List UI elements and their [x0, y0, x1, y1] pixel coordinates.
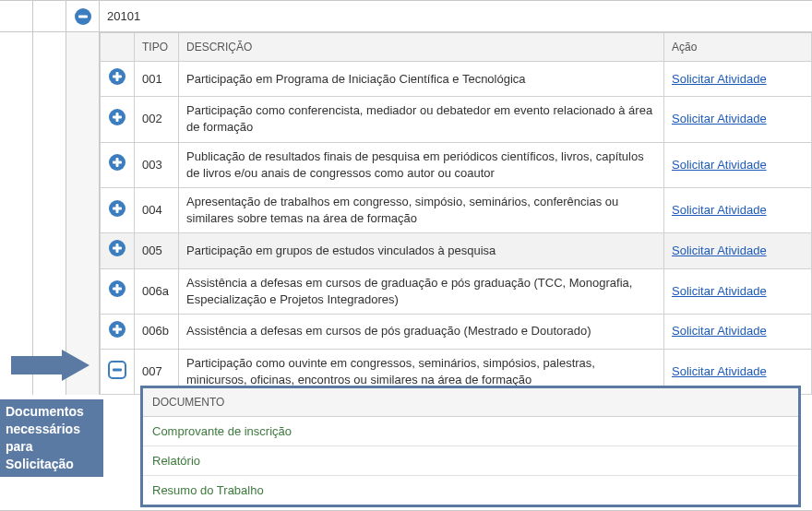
- svg-rect-24: [113, 368, 122, 371]
- svg-rect-4: [116, 72, 119, 81]
- acao-cell: Solicitar Atividade: [664, 268, 812, 314]
- table-row: 006bAssistência a defesas em cursos de p…: [101, 314, 812, 349]
- svg-rect-22: [116, 325, 119, 334]
- gutter: [33, 32, 66, 395]
- expand-cell: [101, 233, 135, 268]
- gutter-cell: [33, 1, 66, 31]
- plus-icon[interactable]: [108, 67, 126, 86]
- plus-icon[interactable]: [108, 153, 126, 172]
- table-row: 003Publicação de resultados finais de pe…: [101, 142, 812, 187]
- svg-rect-13: [116, 204, 119, 213]
- svg-rect-10: [116, 158, 119, 167]
- tipo-cell: 006b: [135, 314, 179, 349]
- descricao-cell: Participação em grupos de estudos vincul…: [179, 233, 664, 268]
- acao-cell: Solicitar Atividade: [664, 187, 812, 232]
- plus-icon[interactable]: [108, 199, 126, 218]
- gutter: [66, 32, 100, 395]
- annotation-arrow: [11, 350, 92, 381]
- column-header-tipo: TIPO: [135, 33, 179, 62]
- svg-rect-7: [116, 113, 119, 122]
- tipo-cell: 005: [135, 233, 179, 268]
- table-row: 006aAssistência a defesas em cursos de g…: [101, 268, 812, 314]
- period-id: 20101: [100, 1, 812, 31]
- solicitar-atividade-link[interactable]: Solicitar Atividade: [672, 112, 767, 125]
- annotation-caption: Documentos necessários para Solicitação: [0, 399, 103, 477]
- descricao-cell: Participação como conferencista, mediado…: [179, 97, 664, 142]
- minus-icon[interactable]: [74, 7, 92, 26]
- acao-cell: Solicitar Atividade: [664, 233, 812, 268]
- expand-cell: [101, 314, 135, 349]
- acao-cell: Solicitar Atividade: [664, 314, 812, 349]
- solicitar-atividade-link[interactable]: Solicitar Atividade: [672, 158, 767, 172]
- expand-cell: [101, 97, 135, 142]
- svg-rect-1: [78, 15, 88, 18]
- expand-cell: [101, 62, 135, 97]
- descricao-cell: Assistência a defesas em cursos de gradu…: [179, 268, 664, 314]
- expand-cell: [101, 142, 135, 187]
- table-row: 001Participação em Programa de Iniciação…: [101, 62, 812, 97]
- table-row: 005Participação em grupos de estudos vin…: [101, 233, 812, 268]
- period-row: 20101: [0, 1, 812, 32]
- tipo-cell: 004: [135, 187, 179, 232]
- expand-cell: [101, 187, 135, 232]
- descricao-cell: Assistência a defesas em cursos de pós g…: [179, 314, 664, 349]
- document-name: Relatório: [143, 446, 798, 476]
- period-toggle-cell: [66, 1, 100, 31]
- activities-table: TIPO DESCRIÇÃO Ação 001Participação em P…: [100, 32, 812, 395]
- table-row: 002Participação como conferencista, medi…: [101, 97, 812, 142]
- plus-icon[interactable]: [108, 108, 126, 126]
- gutter-cell: [0, 1, 33, 31]
- column-header-acao: Ação: [664, 33, 812, 62]
- table-row: 004Apresentação de trabalhos em congress…: [101, 187, 812, 232]
- activities-panel: TIPO DESCRIÇÃO Ação 001Participação em P…: [100, 32, 812, 395]
- expand-cell: [101, 268, 135, 314]
- column-header-descricao: DESCRIÇÃO: [179, 33, 664, 62]
- tipo-cell: 006a: [135, 268, 179, 314]
- document-name: Resumo do Trabalho: [143, 476, 798, 505]
- documents-panel: DOCUMENTO Comprovante de inscriçãoRelató…: [140, 386, 801, 507]
- acao-cell: Solicitar Atividade: [664, 62, 812, 97]
- plus-icon[interactable]: [108, 279, 126, 298]
- solicitar-atividade-link[interactable]: Solicitar Atividade: [672, 244, 767, 257]
- tipo-cell: 001: [135, 62, 179, 97]
- descricao-cell: Apresentação de trabalhos em congresso, …: [179, 187, 664, 232]
- svg-rect-19: [116, 284, 119, 293]
- document-row: Relatório: [143, 446, 798, 476]
- tipo-cell: 002: [135, 97, 179, 142]
- document-name: Comprovante de inscrição: [143, 417, 798, 446]
- plus-icon[interactable]: [108, 239, 126, 257]
- documents-header: DOCUMENTO: [143, 388, 798, 417]
- acao-cell: Solicitar Atividade: [664, 97, 812, 142]
- acao-cell: Solicitar Atividade: [664, 142, 812, 187]
- document-row: Comprovante de inscrição: [143, 417, 798, 446]
- plus-icon[interactable]: [108, 320, 126, 339]
- solicitar-atividade-link[interactable]: Solicitar Atividade: [672, 364, 767, 378]
- solicitar-atividade-link[interactable]: Solicitar Atividade: [672, 72, 767, 86]
- tipo-cell: 003: [135, 142, 179, 187]
- minus-icon[interactable]: [108, 361, 126, 379]
- descricao-cell: Participação em Programa de Iniciação Ci…: [179, 62, 664, 97]
- solicitar-atividade-link[interactable]: Solicitar Atividade: [672, 284, 767, 298]
- column-header-expand: [101, 33, 135, 62]
- solicitar-atividade-link[interactable]: Solicitar Atividade: [672, 203, 767, 217]
- expand-cell: [101, 350, 135, 395]
- gutter: [0, 32, 33, 395]
- document-row: Resumo do Trabalho: [143, 476, 798, 505]
- solicitar-atividade-link[interactable]: Solicitar Atividade: [672, 324, 767, 338]
- svg-rect-16: [116, 244, 119, 253]
- descricao-cell: Publicação de resultados finais de pesqu…: [179, 142, 664, 187]
